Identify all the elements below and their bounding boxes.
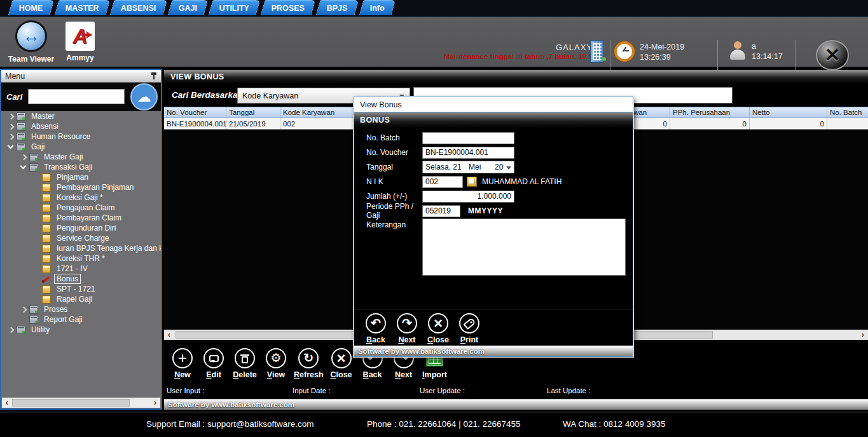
tree-expander-icon[interactable]	[19, 315, 28, 324]
column-header[interactable]: No. Voucher	[164, 107, 226, 118]
tree-item[interactable]: Absensi	[1, 121, 161, 131]
tree-expander-icon[interactable]	[32, 224, 41, 232]
no-batch-input[interactable]	[422, 132, 514, 144]
employee-lookup-icon[interactable]	[467, 177, 477, 187]
menu-tab[interactable]: BPJS	[316, 0, 359, 15]
tree-item[interactable]: Bonus	[1, 274, 161, 284]
search-cloud-button[interactable]: ☁	[130, 83, 158, 111]
toolbar-button-icon	[209, 355, 219, 362]
menu-tab[interactable]: HOME	[8, 0, 54, 15]
tree-item-label: Proses	[41, 304, 70, 314]
menu-tab[interactable]: UTILITY	[209, 0, 261, 15]
tree-expander-icon[interactable]	[32, 183, 41, 192]
tree-expander-icon[interactable]	[32, 193, 41, 202]
tree-expander-icon[interactable]	[32, 285, 41, 293]
toolbar-button[interactable]: View	[263, 348, 289, 381]
tree-item[interactable]: Koreksi Gaji *	[1, 192, 161, 203]
tree-expander-icon[interactable]	[32, 173, 41, 182]
toolbar-button[interactable]: New	[169, 348, 196, 381]
tree-expander-icon[interactable]	[32, 213, 41, 222]
menu-tab[interactable]: ABSENSI	[110, 0, 167, 15]
tree-expander-icon[interactable]	[32, 234, 41, 243]
sidebar-horizontal-scrollbar[interactable]: ‹ ›	[2, 398, 160, 408]
menu-search-input[interactable]	[28, 89, 125, 104]
tree-item[interactable]: Report Gaji	[1, 314, 161, 325]
toolbar-button[interactable]: Delete	[231, 348, 258, 381]
menu-tab[interactable]: GAJI	[167, 0, 208, 15]
ammyy-launcher[interactable]: A Ammyy	[61, 20, 99, 62]
tree-item[interactable]: Pengajuan Claim	[1, 203, 161, 213]
jumlah-input[interactable]	[422, 191, 514, 203]
tree-expander-icon[interactable]	[32, 244, 41, 253]
tree-item[interactable]: Rapel Gaji	[1, 294, 161, 304]
tree-item-icon	[42, 245, 51, 253]
tree-item[interactable]: SPT - 1721	[1, 284, 161, 294]
column-header[interactable]: PPh. Perusahaan	[670, 107, 750, 118]
column-header[interactable]: No. Batch	[827, 107, 868, 118]
column-header[interactable]: Tanggal	[226, 107, 280, 118]
tree-expander-icon[interactable]	[32, 264, 41, 273]
scroll-left-icon[interactable]: ‹	[2, 398, 12, 408]
field-row-no-batch: No. Batch	[354, 131, 633, 145]
scroll-right-icon[interactable]: ›	[150, 398, 160, 408]
toolbar-button[interactable]: Edit	[200, 348, 227, 381]
dialog-button[interactable]: Next	[394, 313, 420, 346]
tree-item[interactable]: Service Charge	[1, 233, 161, 243]
tree-item[interactable]: Gaji	[1, 142, 161, 152]
tanggal-datepicker[interactable]: Selasa, 21 Mei 20	[422, 161, 514, 173]
tree-expander-icon[interactable]	[32, 295, 41, 304]
menu-tab[interactable]: PROSES	[261, 0, 316, 15]
nik-input[interactable]	[422, 176, 463, 188]
menu-tab[interactable]: Info	[359, 0, 396, 15]
periode-input[interactable]	[422, 205, 460, 217]
user-input-label: User Input :	[167, 387, 204, 394]
no-voucher-input[interactable]	[422, 147, 514, 159]
tree-expander-icon[interactable]	[6, 142, 15, 151]
tree-expander-icon[interactable]	[19, 152, 28, 161]
dialog-button[interactable]: Back	[362, 313, 389, 346]
tree-item[interactable]: Pembayaran Pinjaman	[1, 182, 161, 192]
tree-expander-icon[interactable]	[32, 254, 41, 263]
dialog-section-header: BONUS	[354, 112, 633, 128]
tree-expander-icon[interactable]	[6, 122, 15, 131]
tree-expander-icon[interactable]	[19, 305, 28, 314]
logged-user: a	[752, 42, 756, 51]
support-email: Support Email : support@batiksoftware.co…	[146, 419, 314, 429]
dialog-button[interactable]: Print	[456, 313, 483, 346]
tree-item[interactable]: Human Resource	[1, 131, 161, 142]
tree-item[interactable]: Pinjaman	[1, 172, 161, 182]
toolbar-button[interactable]: Close	[328, 348, 355, 381]
tree-item[interactable]: Master Gaji	[1, 152, 161, 162]
tree-expander-icon[interactable]	[32, 203, 41, 212]
dialog-button[interactable]: Close	[425, 313, 451, 346]
exit-app-button[interactable]: ✕	[816, 40, 849, 71]
menu-tab[interactable]: MASTER	[54, 0, 110, 15]
table-cell: 0	[670, 118, 750, 129]
tree-item[interactable]: Pengunduran Diri	[1, 223, 161, 233]
tree-item[interactable]: Proses	[1, 304, 161, 314]
toolbar-button[interactable]: Refresh	[294, 348, 324, 381]
scroll-right-icon[interactable]: ›	[858, 330, 868, 340]
tree-item[interactable]: Transaksi Gaji	[1, 162, 161, 172]
tree-expander-icon[interactable]	[6, 112, 15, 121]
tree-expander-icon[interactable]	[19, 163, 28, 171]
scrollbar-thumb[interactable]	[12, 399, 130, 407]
tree-item[interactable]: Koreksi THR *	[1, 253, 161, 264]
tree-item[interactable]: Pembayaran Claim	[1, 213, 161, 223]
tree-expander-icon[interactable]	[6, 325, 15, 334]
tree-item[interactable]: Utility	[1, 325, 161, 335]
tree-item-label: Koreksi THR *	[54, 253, 107, 264]
tree-item[interactable]: Iuran BPJS Tenaga Kerja dan kes	[1, 243, 161, 253]
tree-item[interactable]: Master	[1, 111, 161, 121]
teamviewer-launcher[interactable]: ↔ Team Viewer	[6, 20, 56, 64]
keterangan-textarea[interactable]	[422, 218, 626, 276]
tree-expander-icon[interactable]	[32, 274, 41, 283]
column-header[interactable]: Kode Karyawan	[280, 107, 354, 118]
scroll-left-icon[interactable]: ‹	[164, 330, 174, 340]
tree-item[interactable]: 1721 - IV	[1, 264, 161, 274]
column-header[interactable]: Netto	[750, 107, 827, 118]
search-by-label: Cari Berdasarkan	[172, 90, 243, 100]
tree-expander-icon[interactable]	[6, 132, 15, 141]
pin-icon[interactable]	[151, 72, 157, 80]
tree-item-icon	[17, 133, 25, 141]
